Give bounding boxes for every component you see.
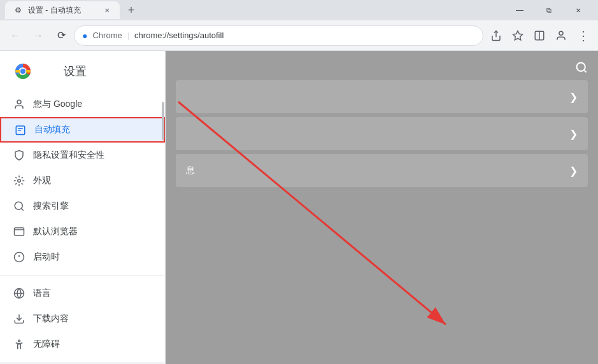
titlebar: ⚙ 设置 - 自动填充 ✕ + — ⧉ ✕ [0, 0, 598, 20]
sidebar-language-label: 语言 [33, 288, 51, 299]
settings-title: 设置 [41, 64, 87, 79]
sidebar-item-autofill[interactable]: 自动填充 [0, 117, 165, 143]
sidebar-autofill-label: 自动填充 [34, 124, 70, 136]
toolbar-icons: ⋮ [486, 25, 593, 46]
search-engine-icon [13, 200, 25, 213]
appearance-icon [13, 174, 25, 187]
svg-point-27 [18, 340, 20, 342]
sidebar-browser-label: 默认浏览器 [33, 226, 78, 237]
share-button[interactable] [486, 25, 506, 46]
profile-button[interactable] [551, 25, 571, 46]
back-button[interactable]: ← [5, 25, 25, 46]
chevron-right-icon-1: ❯ [569, 91, 578, 103]
sidebar-startup-label: 启动时 [33, 251, 60, 263]
settings-row-1[interactable]: ❯ [176, 80, 588, 113]
addressbar: ← → ⟳ ● Chrome | chrome://settings/autof… [0, 20, 598, 51]
tab-favicon: ⚙ [13, 5, 23, 15]
sidebar-item-language[interactable]: 语言 [0, 281, 165, 306]
active-tab[interactable]: ⚙ 设置 - 自动填充 ✕ [5, 1, 120, 19]
privacy-icon [13, 149, 25, 162]
svg-point-12 [17, 100, 21, 104]
sidebar-item-privacy[interactable]: 隐私设置和安全性 [0, 143, 165, 168]
chevron-right-icon-3: ❯ [569, 165, 578, 177]
settings-content: ❯ ❯ 息 ❯ [166, 70, 598, 197]
url-bar[interactable]: ● Chrome | chrome://settings/autofill [74, 25, 483, 46]
url-separator: | [127, 31, 129, 40]
main-area: 设置 您与 Google 自动填充 [0, 51, 598, 364]
accessibility-icon [13, 338, 25, 351]
sidebar-appearance-label: 外观 [33, 175, 51, 186]
sidebar-item-startup[interactable]: 启动时 [0, 244, 165, 270]
svg-rect-19 [15, 228, 24, 235]
settings-row-3-text: 息 [186, 165, 195, 176]
sidebar-item-download[interactable]: 下载内容 [0, 306, 165, 332]
svg-point-4 [559, 31, 563, 35]
sidebar-download-label: 下载内容 [33, 313, 69, 325]
sidebar-divider [0, 275, 165, 276]
download-icon [13, 312, 25, 325]
sidebar-nav: 您与 Google 自动填充 隐私设置和安全性 [0, 87, 165, 362]
startup-icon [13, 251, 25, 263]
autofill-icon [14, 123, 27, 136]
tab-title: 设置 - 自动填充 [28, 5, 81, 16]
menu-button[interactable]: ⋮ [573, 25, 593, 46]
svg-point-17 [15, 202, 22, 209]
sidebar-header: 设置 [0, 51, 165, 87]
sidebar: 设置 您与 Google 自动填充 [0, 51, 166, 362]
chevron-right-icon-2: ❯ [569, 128, 578, 140]
google-account-icon [13, 98, 25, 111]
settings-row-3[interactable]: 息 ❯ [176, 154, 588, 187]
sidebar-item-accessibility[interactable]: 无障碍 [0, 332, 165, 357]
sidebar-privacy-label: 隐私设置和安全性 [33, 150, 104, 161]
sidebar-wrapper: 设置 您与 Google 自动填充 [0, 51, 166, 364]
site-security-icon: ● [82, 31, 87, 41]
content-search-icon[interactable] [575, 61, 588, 77]
restore-button[interactable]: ⧉ [534, 0, 564, 20]
new-tab-button[interactable]: + [122, 1, 140, 19]
close-button[interactable]: ✕ [564, 0, 593, 20]
svg-point-28 [577, 63, 585, 71]
forward-button[interactable]: → [28, 25, 48, 46]
sidebar-item-appearance[interactable]: 外观 [0, 168, 165, 193]
sidebar-google-label: 您与 Google [33, 99, 82, 110]
tab-close-button[interactable]: ✕ [102, 5, 112, 15]
url-site-name: Chrome [92, 31, 122, 40]
bookmark-button[interactable] [508, 25, 528, 46]
svg-line-29 [584, 70, 587, 73]
sidebar-accessibility-label: 无障碍 [33, 339, 60, 350]
svg-point-16 [18, 179, 21, 183]
svg-line-18 [21, 208, 23, 210]
minimize-button[interactable]: — [505, 0, 534, 20]
reload-button[interactable]: ⟳ [51, 25, 71, 46]
language-icon [13, 287, 25, 300]
sidebar-item-google[interactable]: 您与 Google [0, 92, 165, 117]
window-controls: — ⧉ ✕ [505, 0, 593, 20]
sidebar-scrollbar[interactable] [162, 102, 164, 140]
svg-point-11 [20, 69, 25, 74]
sidebar-item-search[interactable]: 搜索引擎 [0, 193, 165, 219]
settings-chrome-logo [13, 61, 33, 81]
settings-row-2[interactable]: ❯ [176, 117, 588, 150]
url-path: chrome://settings/autofill [134, 31, 224, 40]
content-area: ❯ ❯ 息 ❯ [166, 51, 598, 364]
svg-marker-1 [513, 31, 523, 39]
split-view-button[interactable] [529, 25, 550, 46]
titlebar-left: ⚙ 设置 - 自动填充 ✕ + [5, 1, 140, 19]
browser-icon [13, 225, 25, 238]
sidebar-search-label: 搜索引擎 [33, 200, 69, 212]
sidebar-item-browser[interactable]: 默认浏览器 [0, 219, 165, 244]
